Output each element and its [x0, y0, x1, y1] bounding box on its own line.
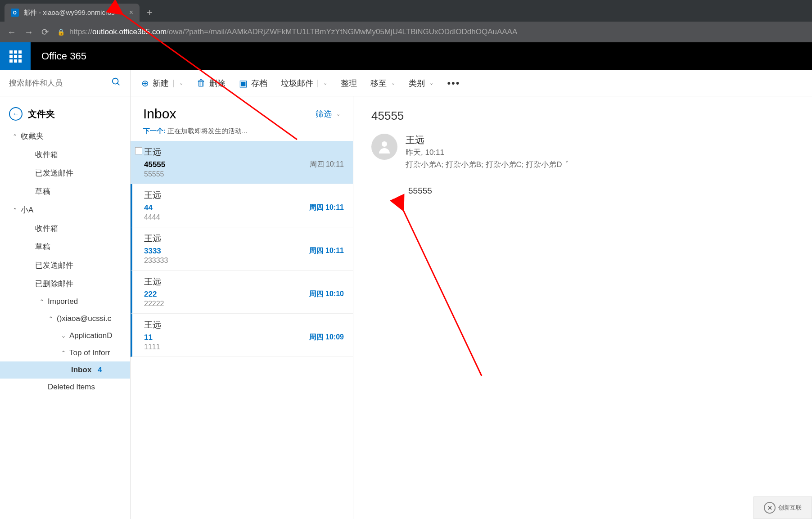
more-actions-button[interactable]: •••	[447, 77, 460, 89]
waffle-icon	[9, 50, 22, 63]
tree-a-inbox[interactable]: 收件箱	[0, 219, 130, 238]
person-icon	[376, 139, 392, 155]
expand-recipients-icon[interactable]: ˅	[565, 160, 569, 169]
message-preview: 55555	[144, 170, 344, 178]
tree-inbox[interactable]: Inbox4	[0, 361, 130, 379]
message-from: 王远	[144, 146, 344, 158]
message-item[interactable]: 王远45555周四 10:1155555	[131, 141, 353, 184]
recipients[interactable]: 打杂小弟A; 打杂小弟B; 打杂小弟C; 打杂小弟D˅	[406, 159, 569, 170]
url-scheme: https://	[69, 27, 92, 36]
archive-icon: ▣	[239, 78, 248, 89]
chevron-down-icon[interactable]: ⌄	[323, 80, 327, 86]
message-time: 周四 10:11	[309, 246, 344, 256]
new-button[interactable]: ⊕ 新建 |⌄	[141, 78, 183, 89]
browser-tab[interactable]: O 邮件 - xiaoa@wy999.onmicros ×	[5, 4, 140, 22]
collapse-folders-icon[interactable]: ←	[9, 107, 23, 121]
search-row	[0, 70, 130, 96]
tree-fav-sent[interactable]: 已发送邮件	[0, 164, 130, 182]
svg-point-2	[382, 141, 387, 147]
message-subject: 44	[144, 203, 309, 212]
reading-pane: 45555 王远 昨天, 10:11 打杂小弟A; 打杂小弟B; 打杂小弟C; …	[353, 96, 812, 519]
list-title: Inbox	[143, 106, 316, 122]
folder-tree: ← 文件夹 ⌃收藏夹 收件箱 已发送邮件 草稿 ⌃小A 收件箱 草稿 已发送邮件…	[0, 96, 130, 404]
junk-button[interactable]: 垃圾邮件 |⌄	[281, 78, 328, 89]
tree-deleted-items[interactable]: Deleted Items	[0, 379, 130, 396]
url-host: outlook.office365.com	[92, 27, 167, 36]
watermark-text: 创新互联	[778, 504, 802, 512]
reading-subject: 45555	[371, 109, 794, 123]
checkbox[interactable]	[135, 147, 142, 154]
back-icon[interactable]: ←	[7, 27, 16, 37]
tree-group-a[interactable]: ⌃小A	[0, 201, 130, 219]
archive-button[interactable]: ▣ 存档	[239, 78, 267, 89]
message-item[interactable]: 王远11周四 10:091111	[131, 314, 353, 357]
message-body: 55555	[408, 186, 794, 196]
svg-point-0	[113, 78, 118, 84]
message-preview: 233333	[144, 257, 344, 265]
message-time: 周四 10:09	[309, 333, 344, 342]
chevron-down-icon[interactable]: ⌄	[391, 80, 395, 86]
message-time: 周四 10:10	[309, 289, 344, 299]
message-preview: 4444	[144, 213, 344, 221]
message-item[interactable]: 王远3333周四 10:11233333	[131, 227, 353, 271]
message-from: 王远	[144, 233, 344, 244]
message-subject: 3333	[144, 247, 309, 256]
sidebar: ← 文件夹 ⌃收藏夹 收件箱 已发送邮件 草稿 ⌃小A 收件箱 草稿 已发送邮件…	[0, 70, 131, 519]
sender-name: 王远	[406, 134, 569, 146]
tree-imported-account[interactable]: ⌃()xiaoa@ucssi.c	[0, 310, 130, 327]
message-subject: 222	[144, 290, 309, 299]
reload-icon[interactable]: ⟳	[41, 27, 49, 37]
command-toolbar: ⊕ 新建 |⌄ 🗑 删除 ▣ 存档 垃圾邮件 |⌄ 整理 移至⌄ 类别⌄	[131, 70, 812, 96]
close-icon[interactable]: ×	[129, 9, 133, 17]
unread-count: 4	[98, 366, 102, 375]
tree-fav-inbox[interactable]: 收件箱	[0, 145, 130, 164]
tree-a-drafts[interactable]: 草稿	[0, 238, 130, 256]
tree-a-deleted[interactable]: 已删除邮件	[0, 275, 130, 293]
message-item[interactable]: 王远44周四 10:114444	[131, 184, 353, 227]
tab-title: 邮件 - xiaoa@wy999.onmicros	[23, 9, 115, 17]
message-item[interactable]: 王远222周四 10:1022222	[131, 271, 353, 314]
avatar[interactable]	[371, 134, 397, 160]
tree-favorites[interactable]: ⌃收藏夹	[0, 127, 130, 145]
browser-address-bar: ← → ⟳ 🔒 https://outlook.office365.com/ow…	[0, 22, 812, 42]
message-subject: 45555	[144, 160, 310, 169]
forward-icon[interactable]: →	[24, 27, 33, 37]
message-time: 周四 10:11	[309, 203, 344, 212]
tree-top-of-info[interactable]: ⌃Top of Inforr	[0, 344, 130, 361]
sweep-button[interactable]: 整理	[341, 78, 357, 89]
message-preview: 1111	[144, 343, 344, 351]
message-preview: 22222	[144, 300, 344, 308]
brand-label: Office 365	[41, 50, 86, 62]
message-from: 王远	[144, 319, 344, 331]
folders-title: 文件夹	[28, 108, 55, 120]
o365-header: Office 365	[0, 42, 812, 70]
url-path: /owa/?path=/mail/AAMkADRjZWFkMTU1LTBmYzY…	[167, 27, 517, 36]
url-box[interactable]: 🔒 https://outlook.office365.com/owa/?pat…	[57, 27, 517, 36]
search-icon[interactable]	[111, 77, 121, 90]
tree-fav-drafts[interactable]: 草稿	[0, 182, 130, 201]
lock-icon: 🔒	[57, 28, 65, 36]
chevron-down-icon[interactable]: ⌄	[179, 80, 183, 86]
message-from: 王远	[144, 276, 344, 288]
svg-line-1	[117, 83, 120, 85]
folders-header: ← 文件夹	[0, 104, 130, 127]
category-button[interactable]: 类别⌄	[409, 78, 433, 89]
watermark-icon: ✕	[764, 502, 776, 514]
search-input[interactable]	[9, 79, 111, 88]
message-time: 周四 10:11	[310, 160, 344, 169]
browser-tab-strip: O 邮件 - xiaoa@wy999.onmicros × +	[0, 0, 812, 22]
app-launcher-button[interactable]	[0, 42, 31, 70]
message-list-pane: Inbox 筛选⌄ 下一个: 正在加载即将发生的活动... 王远45555周四 …	[131, 96, 353, 519]
chevron-down-icon[interactable]: ⌄	[429, 80, 433, 86]
delete-button[interactable]: 🗑 删除	[197, 78, 226, 89]
tree-imported[interactable]: ⌃Imported	[0, 293, 130, 310]
tree-application-data[interactable]: ⌄ApplicationD	[0, 327, 130, 344]
watermark: ✕ 创新互联	[753, 496, 812, 519]
trash-icon: 🗑	[197, 78, 206, 88]
outlook-favicon: O	[11, 9, 19, 17]
tree-a-sent[interactable]: 已发送邮件	[0, 256, 130, 275]
new-tab-button[interactable]: +	[140, 4, 160, 22]
filter-button[interactable]: 筛选⌄	[316, 108, 340, 119]
message-subject: 11	[144, 333, 309, 342]
move-button[interactable]: 移至⌄	[370, 78, 395, 89]
